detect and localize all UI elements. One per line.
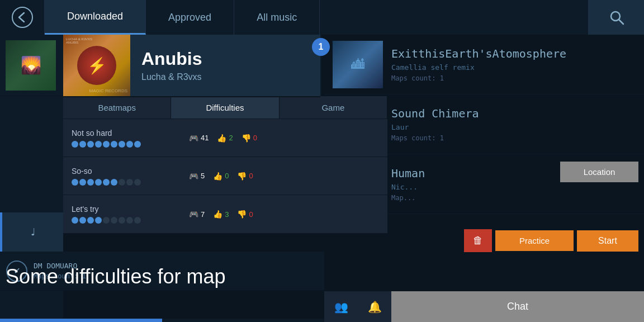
- plays-count-1: 5: [201, 172, 205, 180]
- diff-likes-1: 👍 0: [213, 172, 229, 181]
- right-count-0: Maps count: 1: [391, 74, 636, 82]
- right-artist-0: Camellia self remix: [391, 63, 636, 72]
- dislike-icon-0: 👎: [242, 134, 251, 143]
- top-nav: Downloaded Approved All music: [0, 0, 644, 35]
- diff-tabs: Beatmaps Difficulties Game: [63, 96, 387, 119]
- diff-stats-1: 🎮 5 👍 0 👎 0: [189, 172, 379, 181]
- diff-plays-0: 🎮 41: [189, 134, 209, 143]
- diff-name-1: So-so: [72, 167, 189, 176]
- tab-beatmaps[interactable]: Beatmaps: [63, 96, 171, 119]
- gamepad-icon-0: 🎮: [189, 134, 198, 143]
- right-count-2: Map...: [391, 194, 636, 202]
- trash-icon: 🗑: [473, 235, 483, 246]
- tab-downloaded[interactable]: Downloaded: [45, 0, 146, 35]
- diff-dots-0: [72, 141, 189, 148]
- progress-fill: [0, 319, 162, 322]
- users-icon: 👥: [334, 300, 348, 314]
- diff-dislikes-1: 👎 0: [237, 172, 253, 181]
- right-thumb-0: 🏙: [333, 41, 383, 88]
- song-thumbnail: LUCHA & R3VXSANUBIS MAGIC RECORDS: [63, 35, 130, 96]
- notifications-button[interactable]: 🔔: [358, 291, 391, 322]
- plays-count-0: 41: [201, 134, 209, 142]
- plays-count-2: 7: [201, 210, 205, 219]
- song-badge: 1: [312, 38, 330, 56]
- dislike-count-0: 0: [253, 134, 257, 142]
- bg-thumb: 🌄: [6, 40, 56, 91]
- diff-name-2: Let's try: [72, 205, 189, 214]
- location-button[interactable]: Location: [560, 162, 638, 182]
- right-title-1: Sound Chimera: [391, 107, 636, 120]
- tab-game[interactable]: Game: [280, 96, 387, 119]
- diff-plays-1: 🎮 5: [189, 172, 205, 181]
- gamepad-icon-2: 🎮: [189, 210, 198, 219]
- diff-stats-0: 🎮 41 👍 2 👎 0: [189, 134, 379, 143]
- action-bar-2: 🗑 Practice Start: [324, 280, 644, 288]
- thumb-label2: MAGIC RECORDS: [89, 88, 127, 93]
- like-icon-2: 👍: [213, 210, 222, 219]
- difficulty-row-1[interactable]: So-so 🎮 5 👍 0 👎 0: [63, 157, 387, 195]
- right-count-1: Maps count: 1: [391, 134, 636, 142]
- highlighted-row-indicator: ♩: [0, 212, 63, 252]
- chat-button[interactable]: Chat: [391, 291, 644, 322]
- difficulties-panel: Beatmaps Difficulties Game Not so hard 🎮…: [63, 96, 387, 233]
- start-button[interactable]: Start: [577, 230, 638, 252]
- practice-button[interactable]: Practice: [495, 230, 574, 251]
- gamepad-icon-1: 🎮: [189, 172, 198, 181]
- some-diff-text: Some difficulties for map: [6, 265, 226, 288]
- chat-bar: 👥 🔔 Chat: [324, 291, 644, 322]
- diff-dislikes-2: 👎 0: [237, 210, 253, 219]
- music-icon: ♩: [31, 226, 35, 238]
- right-artist-1: Laur: [391, 123, 636, 131]
- right-info-0: ExitthisEarth'sAtomosphere Camellia self…: [391, 47, 636, 82]
- song-info: Anubis Lucha & R3vxs: [130, 40, 320, 91]
- difficulty-row-0[interactable]: Not so hard 🎮 41 👍 2 👎 0: [63, 119, 387, 157]
- diff-dots-2: [72, 217, 189, 224]
- song-artist: Lucha & R3vxs: [141, 72, 309, 82]
- diff-stats-2: 🎮 7 👍 3 👎 0: [189, 210, 379, 219]
- dislike-count-1: 0: [249, 172, 253, 180]
- svg-line-2: [619, 20, 623, 24]
- right-song-card-0[interactable]: 🏙 ExitthisEarth'sAtomosphere Camellia se…: [324, 35, 644, 94]
- like-count-0: 2: [229, 134, 233, 142]
- diff-name-col-0: Not so hard: [72, 129, 189, 148]
- tab-approved[interactable]: Approved: [146, 0, 234, 35]
- diff-plays-2: 🎮 7: [189, 210, 205, 219]
- thumb-label: LUCHA & R3VXSANUBIS: [66, 37, 92, 44]
- search-button[interactable]: [588, 0, 644, 35]
- progress-bar: [0, 319, 324, 322]
- diff-name-col-1: So-so: [72, 167, 189, 186]
- song-title: Anubis: [141, 49, 309, 69]
- diff-dots-1: [72, 179, 189, 186]
- users-button[interactable]: 👥: [324, 291, 358, 322]
- thumb-inner: [77, 46, 116, 85]
- svg-point-0: [12, 7, 32, 27]
- difficulty-row-2[interactable]: Let's try 🎮 7 👍 3 👎 0: [63, 195, 387, 233]
- like-count-1: 0: [225, 172, 229, 180]
- diff-name-col-2: Let's try: [72, 205, 189, 224]
- dislike-icon-1: 👎: [237, 172, 247, 181]
- delete-button[interactable]: 🗑: [464, 229, 492, 252]
- chat-label: Chat: [507, 301, 528, 312]
- tab-all-music[interactable]: All music: [234, 0, 320, 35]
- right-artist-2: Nic...: [391, 183, 636, 191]
- play-controls: 🗑 Practice Start: [464, 229, 638, 252]
- difficulty-list: Not so hard 🎮 41 👍 2 👎 0 So-so 🎮: [63, 119, 387, 233]
- right-title-0: ExitthisEarth'sAtomosphere: [391, 47, 636, 60]
- notif-icon: 🔔: [368, 300, 382, 314]
- expanded-song-card: LUCHA & R3VXSANUBIS MAGIC RECORDS Anubis…: [63, 35, 320, 97]
- like-icon-0: 👍: [217, 134, 226, 143]
- right-info-1: Sound Chimera Laur Maps count: 1: [391, 107, 636, 142]
- dislike-count-2: 0: [249, 210, 253, 219]
- like-count-2: 3: [225, 210, 229, 219]
- like-icon-1: 👍: [213, 172, 222, 181]
- tab-difficulties[interactable]: Difficulties: [171, 96, 279, 119]
- diff-likes-0: 👍 2: [217, 134, 233, 143]
- diff-likes-2: 👍 3: [213, 210, 229, 219]
- diff-name-0: Not so hard: [72, 129, 189, 138]
- dislike-icon-2: 👎: [237, 210, 247, 219]
- back-button[interactable]: [0, 0, 45, 35]
- diff-dislikes-0: 👎 0: [242, 134, 257, 143]
